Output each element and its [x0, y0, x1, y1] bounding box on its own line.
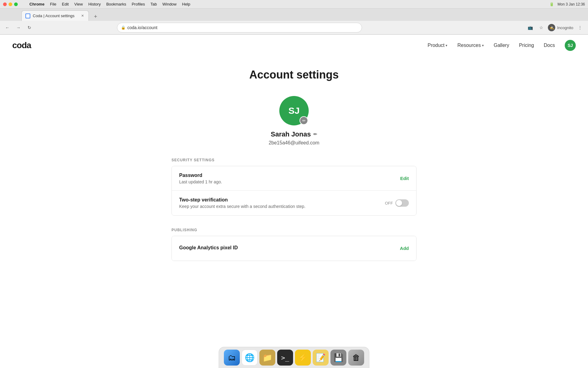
avatar-edit-button[interactable]: ✏ — [300, 116, 308, 125]
bookmarks-menu-item[interactable]: Bookmarks — [106, 2, 126, 6]
toggle-wrapper: OFF — [385, 199, 409, 207]
browser-actions: 📺 ☆ 🕵 Incognito ⋮ — [526, 23, 584, 32]
forward-button[interactable]: → — [14, 23, 23, 32]
two-step-toggle[interactable] — [395, 199, 409, 207]
close-button[interactable] — [3, 2, 7, 6]
user-avatar-nav[interactable]: SJ — [565, 40, 576, 51]
publishing-settings-card: Google Analytics pixel ID Add — [172, 236, 417, 261]
tab-title: Coda | Account settings — [33, 13, 74, 18]
nav-docs[interactable]: Docs — [544, 43, 555, 48]
nav-pricing-label: Pricing — [519, 43, 534, 48]
tab-favicon — [25, 13, 30, 18]
time-display: Mon 3 Jan 12:36 — [558, 2, 585, 6]
product-chevron-icon: ▾ — [446, 44, 447, 48]
page-title: Account settings — [172, 68, 417, 81]
battery-icon: 🔋 — [549, 2, 554, 6]
nav-product[interactable]: Product ▾ — [428, 43, 447, 48]
address-bar-row: ← → ↻ 🔒 coda.io/account 📺 ☆ 🕵 Incognito … — [0, 21, 588, 34]
minimize-button[interactable] — [9, 2, 12, 6]
user-email: 2be15a46@uifeed.com — [269, 140, 319, 146]
nav-resources-label: Resources — [457, 43, 481, 48]
password-action: Edit — [400, 176, 409, 181]
dock-chrome[interactable]: 🌐 — [242, 350, 258, 366]
user-name-row: Sarah Jonas ✏ — [271, 130, 317, 138]
avatar-section: SJ ✏ Sarah Jonas ✏ 2be15a46@uifeed.com — [172, 96, 417, 146]
dock-notes[interactable]: 📝 — [313, 350, 329, 366]
nav-docs-label: Docs — [544, 43, 555, 48]
more-button[interactable]: ⋮ — [576, 23, 584, 32]
password-row: Password Last updated 1 hr ago. Edit — [172, 166, 416, 191]
security-settings-card: Password Last updated 1 hr ago. Edit Two… — [172, 166, 417, 216]
two-step-row: Two-step verification Keep your account … — [172, 191, 416, 215]
tab-bar: Coda | Account settings ✕ + — [0, 9, 588, 21]
back-button[interactable]: ← — [3, 23, 12, 32]
coda-nav: coda Product ▾ Resources ▾ Gallery Prici… — [0, 35, 588, 56]
nav-links: Product ▾ Resources ▾ Gallery Pricing Do… — [428, 40, 576, 51]
dock-folder[interactable]: 📁 — [259, 350, 275, 366]
analytics-row: Google Analytics pixel ID Add — [172, 236, 416, 261]
analytics-add-link[interactable]: Add — [400, 246, 409, 251]
new-tab-button[interactable]: + — [91, 12, 100, 21]
analytics-action: Add — [400, 246, 409, 251]
help-menu-item[interactable]: Help — [182, 2, 190, 6]
fullscreen-button[interactable] — [14, 2, 18, 6]
chrome-menu-item[interactable]: Chrome — [29, 2, 44, 6]
page-wrapper: coda Product ▾ Resources ▾ Gallery Prici… — [0, 35, 588, 368]
two-step-action: OFF — [385, 199, 409, 207]
toggle-off-label: OFF — [385, 201, 393, 205]
analytics-title: Google Analytics pixel ID — [179, 245, 393, 251]
resources-chevron-icon: ▾ — [482, 44, 484, 48]
tab-menu-item[interactable]: Tab — [150, 2, 157, 6]
active-tab[interactable]: Coda | Account settings ✕ — [21, 10, 89, 21]
cast-button[interactable]: 📺 — [526, 23, 534, 32]
two-step-subtitle: Keep your account extra secure with a se… — [179, 204, 378, 209]
nav-gallery[interactable]: Gallery — [494, 43, 509, 48]
user-name-text: Sarah Jonas — [271, 130, 311, 138]
edit-menu-item[interactable]: Edit — [62, 2, 69, 6]
macos-menu: Chrome File Edit View History Bookmarks … — [29, 2, 190, 6]
nav-gallery-label: Gallery — [494, 43, 509, 48]
file-menu-item[interactable]: File — [50, 2, 56, 6]
dock-trash[interactable]: 🗑 — [348, 350, 364, 366]
window-menu-item[interactable]: Window — [162, 2, 176, 6]
security-section-header: SECURITY SETTINGS — [172, 158, 417, 162]
password-edit-link[interactable]: Edit — [400, 176, 409, 181]
titlebar: Chrome File Edit View History Bookmarks … — [0, 0, 588, 9]
publishing-section-header: PUBLISHING — [172, 228, 417, 232]
view-menu-item[interactable]: View — [74, 2, 83, 6]
edit-name-icon[interactable]: ✏ — [313, 132, 317, 137]
dock-finder[interactable]: 🗂 — [224, 350, 240, 366]
incognito-badge: 🕵 Incognito — [548, 24, 573, 31]
password-title: Password — [179, 173, 393, 178]
history-menu-item[interactable]: History — [88, 2, 100, 6]
analytics-content: Google Analytics pixel ID — [179, 245, 393, 252]
dock-terminal[interactable]: >_ — [277, 350, 293, 366]
incognito-label: Incognito — [557, 25, 573, 30]
titlebar-status: 🔋 Mon 3 Jan 12:36 — [549, 2, 585, 6]
bookmark-button[interactable]: ☆ — [537, 23, 545, 32]
dock-drive[interactable]: 💾 — [330, 350, 346, 366]
two-step-title: Two-step verification — [179, 197, 378, 203]
window-controls[interactable] — [3, 2, 18, 6]
lock-icon: 🔒 — [121, 25, 126, 30]
toggle-knob — [396, 200, 402, 206]
url-text: coda.io/account — [127, 25, 157, 30]
dock-bolt[interactable]: ⚡ — [295, 350, 311, 366]
reload-button[interactable]: ↻ — [25, 23, 34, 32]
dock: 🗂 🌐 📁 >_ ⚡ 📝 💾 🗑 — [219, 347, 369, 368]
password-subtitle: Last updated 1 hr ago. — [179, 179, 393, 184]
password-content: Password Last updated 1 hr ago. — [179, 173, 393, 184]
address-bar[interactable]: 🔒 coda.io/account — [117, 23, 362, 33]
profiles-menu-item[interactable]: Profiles — [132, 2, 145, 6]
avatar-wrapper: SJ ✏ — [279, 96, 309, 125]
nav-resources[interactable]: Resources ▾ — [457, 43, 484, 48]
main-content: Account settings SJ ✏ Sarah Jonas ✏ 2be1… — [165, 56, 423, 279]
tab-close-button[interactable]: ✕ — [80, 13, 85, 18]
coda-logo[interactable]: coda — [12, 40, 31, 50]
incognito-icon: 🕵 — [548, 24, 555, 31]
browser-chrome: Coda | Account settings ✕ + ← → ↻ 🔒 coda… — [0, 9, 588, 35]
nav-pricing[interactable]: Pricing — [519, 43, 534, 48]
two-step-content: Two-step verification Keep your account … — [179, 197, 378, 209]
nav-product-label: Product — [428, 43, 444, 48]
